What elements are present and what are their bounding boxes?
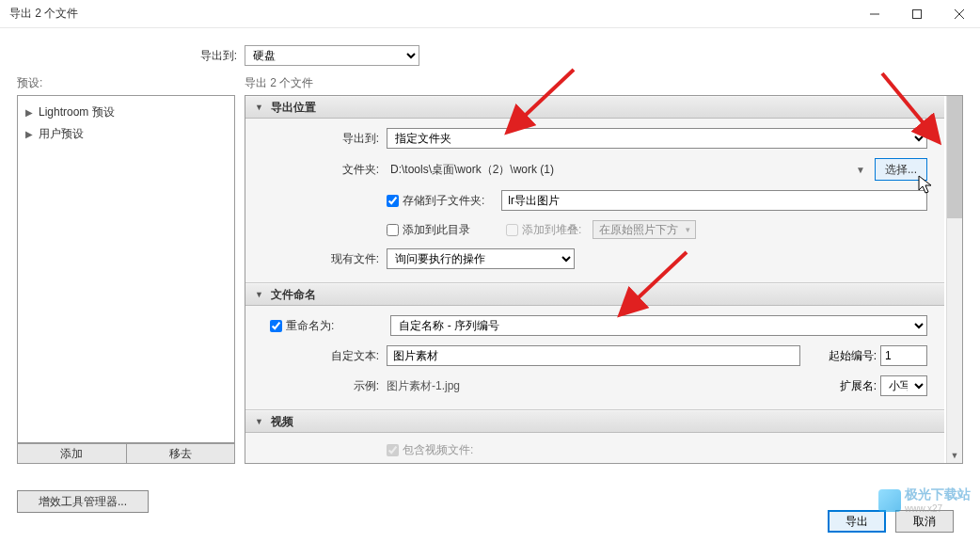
example-label: 示例: — [262, 378, 387, 394]
dialog-footer: 导出 取消 — [828, 510, 954, 533]
start-number-input[interactable] — [880, 345, 927, 366]
folder-dropdown-icon[interactable]: ▼ — [852, 165, 869, 175]
section-title: 视频 — [271, 414, 293, 430]
custom-text-label: 自定文本: — [262, 348, 387, 364]
preset-item-user[interactable]: ▶ 用户预设 — [25, 123, 227, 145]
destination-select[interactable]: 硬盘 — [245, 45, 419, 66]
vertical-scrollbar[interactable]: ▲ ▼ — [946, 96, 962, 463]
start-number-label: 起始编号: — [829, 348, 877, 364]
custom-text-input[interactable] — [387, 345, 800, 366]
folder-path: D:\tools\桌面\work（2）\work (1) — [387, 162, 846, 178]
add-stack-checkbox: 添加到堆叠: — [506, 222, 581, 238]
section-export-location: ▼ 导出位置 导出到: 指定文件夹 文件夹: — [245, 96, 944, 283]
export-to-select[interactable]: 指定文件夹 — [387, 128, 927, 149]
add-stack-label: 添加到堆叠: — [522, 222, 581, 238]
window-title: 导出 2 个文件 — [9, 6, 853, 22]
presets-heading: 预设: — [17, 75, 235, 91]
presets-list[interactable]: ▶ Lightroom 预设 ▶ 用户预设 — [17, 95, 235, 443]
section-video: ▼ 视频 包含视频文件: 视频格式: — [245, 410, 944, 463]
section-header-video[interactable]: ▼ 视频 — [245, 410, 944, 433]
section-file-naming: ▼ 文件命名 重命名为: 自定名称 - 序列编号 — [245, 283, 944, 410]
destination-label: 导出到: — [0, 48, 245, 64]
choose-folder-button[interactable]: 选择... — [875, 158, 927, 181]
existing-label: 现有文件: — [262, 251, 387, 267]
cancel-button[interactable]: 取消 — [895, 510, 954, 533]
triangle-down-icon: ▼ — [255, 103, 263, 112]
triangle-down-icon: ▼ — [255, 290, 263, 299]
preset-remove-button[interactable]: 移去 — [127, 443, 236, 464]
rename-label: 重命名为: — [286, 318, 334, 334]
subfolder-label: 存储到子文件夹: — [403, 193, 484, 209]
destination-row: 导出到: 硬盘 — [0, 28, 980, 75]
export-to-label: 导出到: — [262, 131, 387, 147]
scroll-down-icon[interactable]: ▼ — [947, 447, 962, 463]
preset-add-button[interactable]: 添加 — [17, 443, 127, 464]
include-video-label: 包含视频文件: — [403, 442, 473, 458]
close-button[interactable] — [938, 0, 980, 28]
settings-panel: ▼ 导出位置 导出到: 指定文件夹 文件夹: — [245, 95, 963, 464]
section-header-location[interactable]: ▼ 导出位置 — [245, 96, 944, 119]
svg-rect-1 — [912, 9, 921, 18]
section-title: 文件命名 — [271, 287, 316, 303]
extension-case-select[interactable]: 小写 — [880, 375, 927, 396]
extension-label: 扩展名: — [840, 378, 877, 394]
add-catalog-label: 添加到此目录 — [403, 222, 470, 238]
triangle-down-icon: ▼ — [255, 417, 263, 426]
title-bar: 导出 2 个文件 — [0, 0, 980, 28]
preset-label: Lightroom 预设 — [39, 104, 115, 120]
export-count-heading: 导出 2 个文件 — [245, 75, 963, 91]
existing-files-select[interactable]: 询问要执行的操作 — [387, 248, 575, 269]
rename-checkbox[interactable]: 重命名为: — [270, 318, 334, 334]
stack-position-select: 在原始照片下方 — [593, 220, 696, 239]
include-video-checkbox: 包含视频文件: — [387, 442, 473, 458]
section-title: 导出位置 — [271, 100, 316, 116]
export-button[interactable]: 导出 — [828, 510, 886, 533]
maximize-button[interactable] — [895, 0, 938, 28]
subfolder-input[interactable] — [501, 190, 927, 211]
plugin-manager-button[interactable]: 增效工具管理器... — [17, 490, 149, 513]
folder-label: 文件夹: — [262, 162, 387, 178]
scrollbar-thumb[interactable] — [947, 96, 962, 218]
example-value: 图片素材-1.jpg — [387, 378, 840, 394]
triangle-right-icon: ▶ — [25, 107, 33, 118]
subfolder-checkbox[interactable]: 存储到子文件夹: — [387, 193, 484, 209]
triangle-right-icon: ▶ — [25, 129, 33, 139]
add-catalog-checkbox[interactable]: 添加到此目录 — [387, 222, 470, 238]
section-header-naming[interactable]: ▼ 文件命名 — [245, 283, 944, 306]
naming-template-select[interactable]: 自定名称 - 序列编号 — [390, 315, 927, 336]
preset-label: 用户预设 — [39, 126, 84, 142]
minimize-button[interactable] — [853, 0, 895, 28]
preset-item-lightroom[interactable]: ▶ Lightroom 预设 — [25, 102, 227, 123]
